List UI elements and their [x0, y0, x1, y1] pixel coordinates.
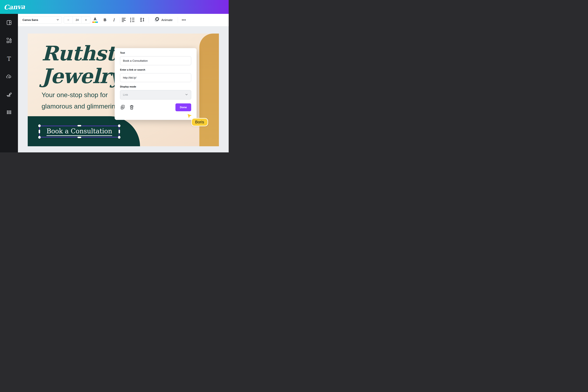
- sidebar-item-design[interactable]: [0, 14, 18, 32]
- collaborator-name-badge: Boris: [191, 118, 208, 126]
- display-mode-value: Link: [123, 93, 128, 96]
- popup-footer: Done: [120, 104, 191, 111]
- subtitle-line-1: Your one-stop shop for: [42, 89, 119, 100]
- resize-handle-top-right[interactable]: [118, 124, 120, 127]
- link-field-label: Enter a link or search: [120, 68, 191, 71]
- canvas-button-text[interactable]: Book a Consultation: [46, 127, 112, 136]
- display-mode-select[interactable]: Link: [120, 90, 191, 100]
- subtitle-line-2: glamorous and glimmering: [42, 100, 119, 112]
- animate-label: Animate: [161, 18, 172, 22]
- apps-grid-icon: [6, 110, 12, 116]
- canva-editor: Canva T: [0, 0, 229, 152]
- link-field-input[interactable]: [120, 73, 191, 82]
- resize-handle-bottom-left[interactable]: [38, 136, 41, 139]
- resize-handle-left[interactable]: [39, 130, 40, 134]
- text-icon: T: [7, 56, 11, 62]
- toolbar-divider: [148, 17, 149, 23]
- animate-icon: [154, 16, 160, 23]
- text-toolbar: Canva Sans − 24 + A B I: [18, 14, 229, 26]
- animate-button[interactable]: Animate: [151, 16, 176, 24]
- font-selector[interactable]: Canva Sans: [20, 16, 62, 24]
- rainbow-color-bar: [92, 22, 98, 23]
- resize-handle-top-left[interactable]: [38, 124, 41, 127]
- italic-button[interactable]: I: [110, 16, 117, 24]
- bold-button[interactable]: B: [102, 16, 108, 24]
- sidebar-item-uploads[interactable]: [0, 68, 18, 86]
- shapes-icon: [6, 38, 12, 44]
- font-name: Canva Sans: [22, 18, 38, 22]
- sidebar: T: [0, 14, 18, 152]
- decrease-font-size-button[interactable]: −: [64, 16, 72, 23]
- resize-handle-right[interactable]: [118, 130, 120, 134]
- text-align-button[interactable]: [122, 16, 128, 24]
- canva-logo[interactable]: Canva: [4, 3, 25, 11]
- more-options-button[interactable]: •••: [180, 16, 188, 24]
- sidebar-item-draw[interactable]: [0, 86, 18, 104]
- align-left-icon: [122, 18, 126, 22]
- font-size-value[interactable]: 24: [72, 16, 82, 23]
- duplicate-button[interactable]: [120, 104, 125, 110]
- bulleted-list-button[interactable]: [130, 16, 137, 24]
- display-mode-label: Display mode: [120, 85, 191, 88]
- chevron-down-icon: [56, 18, 59, 22]
- chevron-down-icon: [185, 93, 188, 97]
- sidebar-item-text[interactable]: T: [0, 50, 18, 68]
- subtitle-text-element[interactable]: Your one-stop shop for glamorous and gli…: [42, 89, 119, 112]
- increase-font-size-button[interactable]: +: [82, 16, 90, 23]
- cloud-upload-icon: [6, 74, 12, 80]
- resize-handle-bottom[interactable]: [78, 137, 81, 138]
- draw-icon: [6, 92, 12, 98]
- selected-text-element[interactable]: Book a Consultation: [40, 126, 119, 138]
- done-button[interactable]: Done: [176, 104, 191, 111]
- line-spacing-button[interactable]: [138, 16, 146, 24]
- sidebar-item-apps[interactable]: [0, 104, 18, 122]
- link-editor-popup: Text Enter a link or search Display mode…: [115, 48, 196, 120]
- gold-background-shape[interactable]: [199, 34, 219, 146]
- list-icon: [130, 18, 134, 22]
- line-spacing-icon: [140, 17, 145, 23]
- delete-button[interactable]: [129, 104, 134, 110]
- text-field-input[interactable]: [120, 56, 191, 65]
- text-color-button[interactable]: A: [92, 16, 98, 24]
- text-color-letter: A: [94, 17, 96, 21]
- font-size-stepper: − 24 +: [64, 16, 90, 24]
- text-field-label: Text: [120, 52, 191, 54]
- resize-handle-top[interactable]: [78, 125, 81, 126]
- resize-handle-bottom-right[interactable]: [118, 136, 120, 139]
- toolbar-divider: [178, 17, 178, 23]
- app-header: Canva: [0, 0, 229, 14]
- sidebar-item-elements[interactable]: [0, 32, 18, 50]
- layout-icon: [6, 20, 12, 26]
